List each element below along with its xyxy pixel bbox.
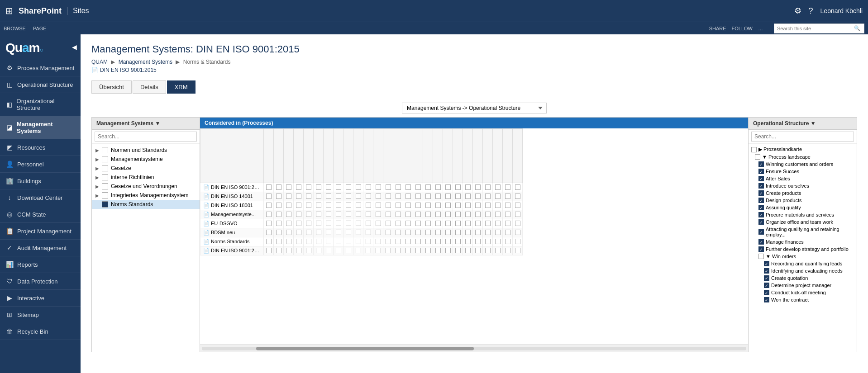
matrix-cell[interactable] (413, 210, 423, 219)
matrix-cell[interactable] (493, 228, 503, 237)
right-checkbox[interactable] (758, 212, 764, 217)
matrix-cell[interactable] (483, 201, 493, 210)
cell-checkbox[interactable] (276, 221, 281, 226)
cell-checkbox[interactable] (356, 239, 361, 244)
matrix-cell[interactable] (274, 183, 284, 192)
cell-checkbox[interactable] (505, 248, 510, 253)
matrix-cell[interactable] (443, 246, 453, 255)
cell-checkbox[interactable] (356, 230, 361, 235)
cell-checkbox[interactable] (326, 248, 331, 253)
matrix-cell[interactable] (383, 246, 393, 255)
matrix-cell[interactable] (373, 192, 383, 201)
matrix-cell[interactable] (324, 246, 334, 255)
cell-checkbox[interactable] (306, 239, 311, 244)
cell-checkbox[interactable] (475, 194, 481, 199)
cell-checkbox[interactable] (455, 203, 461, 208)
matrix-cell[interactable] (493, 219, 503, 228)
cell-checkbox[interactable] (475, 230, 481, 235)
cell-checkbox[interactable] (356, 248, 361, 253)
cell-checkbox[interactable] (435, 194, 441, 199)
cell-checkbox[interactable] (316, 221, 321, 226)
matrix-cell[interactable] (274, 201, 284, 210)
sidebar-item-ccm-state[interactable]: ◎CCM State (0, 206, 81, 223)
cell-checkbox[interactable] (495, 203, 501, 208)
matrix-cell[interactable] (393, 183, 403, 192)
matrix-cell[interactable] (334, 246, 343, 255)
cell-checkbox[interactable] (475, 184, 481, 190)
matrix-cell[interactable] (403, 219, 413, 228)
cell-checkbox[interactable] (495, 221, 501, 226)
cell-checkbox[interactable] (336, 230, 341, 235)
matrix-cell[interactable] (503, 246, 513, 255)
matrix-cell[interactable] (373, 246, 383, 255)
matrix-cell[interactable] (513, 237, 523, 246)
matrix-cell[interactable] (463, 246, 473, 255)
cell-checkbox[interactable] (435, 230, 441, 235)
cell-checkbox[interactable] (376, 203, 381, 208)
left-tree-item[interactable]: ▶Normen und Standards (92, 146, 200, 155)
cell-checkbox[interactable] (286, 221, 291, 226)
cell-checkbox[interactable] (386, 212, 391, 217)
right-checkbox[interactable] (758, 190, 764, 196)
matrix-cell[interactable] (433, 183, 443, 192)
matrix-cell[interactable] (483, 246, 493, 255)
gear-icon[interactable]: ⚙ (794, 6, 801, 16)
matrix-cell[interactable] (343, 228, 353, 237)
cell-checkbox[interactable] (286, 239, 291, 244)
cell-checkbox[interactable] (425, 203, 431, 208)
matrix-cell[interactable] (423, 237, 433, 246)
right-checkbox[interactable] (758, 239, 764, 245)
matrix-cell[interactable] (463, 228, 473, 237)
matrix-cell[interactable] (443, 219, 453, 228)
cell-checkbox[interactable] (485, 239, 491, 244)
right-tree-item[interactable]: Create products (749, 189, 857, 197)
cell-checkbox[interactable] (346, 194, 351, 199)
cell-checkbox[interactable] (515, 248, 520, 253)
matrix-cell[interactable] (433, 201, 443, 210)
matrix-cell[interactable] (433, 219, 443, 228)
matrix-cell[interactable] (483, 237, 493, 246)
cell-checkbox[interactable] (455, 184, 461, 190)
cell-checkbox[interactable] (515, 230, 520, 235)
left-panel-header[interactable]: Management Systems ▼ (92, 118, 200, 130)
cell-checkbox[interactable] (396, 194, 401, 199)
sidebar-item-process-management[interactable]: ⚙Process Management (0, 60, 81, 76)
sidebar-item-interactive[interactable]: ▶Interactive (0, 290, 81, 307)
tree-checkbox[interactable] (102, 201, 108, 208)
sidebar-item-resources[interactable]: ◩Resources (0, 139, 81, 156)
cell-checkbox[interactable] (405, 221, 411, 226)
right-checkbox[interactable] (758, 254, 764, 259)
matrix-cell[interactable] (383, 192, 393, 201)
cell-checkbox[interactable] (386, 184, 391, 190)
right-tree-item[interactable]: Won the contract (749, 296, 857, 303)
left-tree-item[interactable]: ▶interne Richtlinien (92, 173, 200, 182)
matrix-cell[interactable] (423, 228, 433, 237)
tree-checkbox[interactable] (102, 147, 108, 153)
matrix-cell[interactable] (433, 210, 443, 219)
matrix-cell[interactable] (403, 246, 413, 255)
matrix-cell[interactable] (403, 183, 413, 192)
doc-link[interactable]: 📄 DIN EN ISO 9001:2015 (91, 67, 857, 73)
cell-checkbox[interactable] (346, 203, 351, 208)
matrix-cell[interactable] (343, 192, 353, 201)
matrix-cell[interactable] (503, 228, 513, 237)
cell-checkbox[interactable] (286, 248, 291, 253)
cell-checkbox[interactable] (346, 239, 351, 244)
cell-checkbox[interactable] (386, 221, 391, 226)
cell-checkbox[interactable] (465, 239, 471, 244)
sidebar-item-recycle-bin[interactable]: 🗑Recycle Bin (0, 323, 81, 340)
cell-checkbox[interactable] (386, 203, 391, 208)
matrix-cell[interactable] (493, 192, 503, 201)
matrix-cell[interactable] (274, 210, 284, 219)
matrix-cell[interactable] (373, 228, 383, 237)
cell-checkbox[interactable] (346, 230, 351, 235)
sidebar-collapse-button[interactable]: ◀ (72, 43, 77, 51)
cell-checkbox[interactable] (425, 230, 431, 235)
matrix-cell[interactable] (353, 192, 363, 201)
cell-checkbox[interactable] (316, 239, 321, 244)
sidebar-item-management-systems[interactable]: ◪Management Systems (0, 116, 81, 139)
right-checkbox[interactable] (764, 290, 769, 295)
tree-checkbox[interactable] (102, 156, 108, 162)
matrix-cell[interactable] (393, 219, 403, 228)
cell-checkbox[interactable] (515, 212, 520, 217)
